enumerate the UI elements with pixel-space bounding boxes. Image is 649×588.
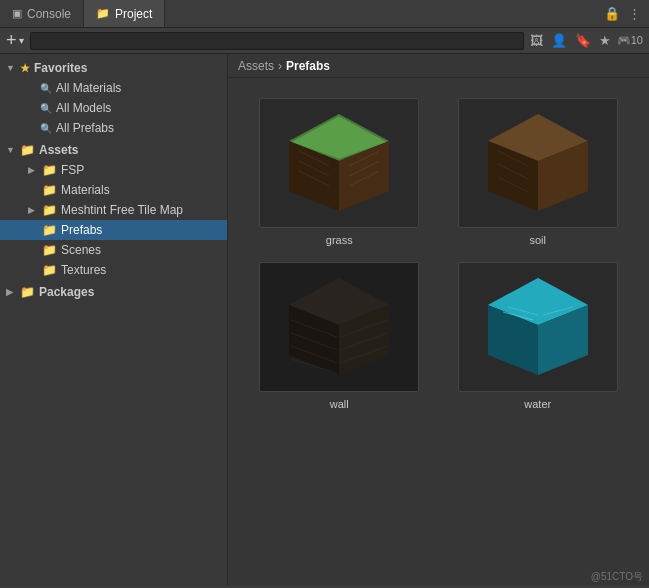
search-box[interactable] (30, 32, 524, 50)
sidebar-item-prefabs[interactable]: 📁 Prefabs (0, 220, 227, 240)
expand-fsp-icon: ▶ (28, 165, 38, 175)
toolbar: + ▾ 🖼 👤 🔖 ★ 🎮10 (0, 28, 649, 54)
scenes-folder-icon: 📁 (42, 243, 57, 257)
search-icon-prefabs: 🔍 (40, 123, 52, 134)
search-icon-models: 🔍 (40, 103, 52, 114)
meshtint-folder-icon: 📁 (42, 203, 57, 217)
assets-label: Assets (39, 143, 78, 157)
materials-folder-icon: 📁 (42, 183, 57, 197)
project-icon: 📁 (96, 7, 110, 20)
grid-item-wall[interactable]: wall (248, 262, 431, 410)
breadcrumb: Assets › Prefabs (228, 54, 649, 78)
expand-favorites-icon: ▼ (6, 63, 16, 73)
lock-icon[interactable]: 🔒 (604, 6, 620, 21)
breadcrumb-root: Assets (238, 59, 274, 73)
search-input[interactable] (37, 35, 517, 47)
breadcrumb-separator: › (278, 59, 282, 73)
assets-folder-icon: 📁 (20, 143, 35, 157)
wall-label: wall (330, 398, 349, 410)
sidebar-item-textures[interactable]: 📁 Textures (0, 260, 227, 280)
packages-folder-icon: 📁 (20, 285, 35, 299)
tab-project-label: Project (115, 7, 152, 21)
toolbar-icons: 🖼 👤 🔖 ★ (530, 33, 611, 48)
item-count: 🎮10 (617, 34, 643, 47)
packages-header[interactable]: ▶ 📁 Packages (0, 282, 227, 302)
search-icon-materials: 🔍 (40, 83, 52, 94)
tab-console-label: Console (27, 7, 71, 21)
water-label: water (524, 398, 551, 410)
main-area: ▼ ★ Favorites 🔍 All Materials 🔍 All Mode… (0, 54, 649, 586)
tab-bar: ▣ Console 📁 Project 🔒 ⋮ (0, 0, 649, 28)
content-area: Assets › Prefabs (228, 54, 649, 586)
sidebar-item-materials[interactable]: 📁 Materials (0, 180, 227, 200)
assets-header[interactable]: ▼ 📁 Assets (0, 140, 227, 160)
grid-item-soil[interactable]: soil (447, 98, 630, 246)
sidebar-item-scenes[interactable]: 📁 Scenes (0, 240, 227, 260)
fsp-folder-icon: 📁 (42, 163, 57, 177)
sidebar-item-fsp[interactable]: ▶ 📁 FSP (0, 160, 227, 180)
materials-label: Materials (61, 183, 110, 197)
sidebar-item-meshtint[interactable]: ▶ 📁 Meshtint Free Tile Map (0, 200, 227, 220)
count-label: 🎮10 (617, 34, 643, 46)
image-icon[interactable]: 🖼 (530, 33, 543, 48)
add-arrow: ▾ (19, 35, 24, 46)
soil-label: soil (529, 234, 546, 246)
tab-actions: 🔒 ⋮ (604, 6, 649, 21)
favorites-section: ▼ ★ Favorites 🔍 All Materials 🔍 All Mode… (0, 58, 227, 138)
console-icon: ▣ (12, 7, 22, 20)
star-icon[interactable]: ★ (599, 33, 611, 48)
expand-assets-icon: ▼ (6, 145, 16, 155)
grid-item-grass[interactable]: grass (248, 98, 431, 246)
add-label: + (6, 30, 17, 51)
favorites-header[interactable]: ▼ ★ Favorites (0, 58, 227, 78)
sidebar: ▼ ★ Favorites 🔍 All Materials 🔍 All Mode… (0, 54, 228, 586)
sidebar-item-all-materials[interactable]: 🔍 All Materials (0, 78, 227, 98)
thumb-wall (259, 262, 419, 392)
thumb-water (458, 262, 618, 392)
add-button[interactable]: + ▾ (6, 30, 24, 51)
packages-section: ▶ 📁 Packages (0, 282, 227, 302)
expand-packages-icon: ▶ (6, 287, 16, 297)
asset-grid: grass (228, 78, 649, 430)
packages-label: Packages (39, 285, 94, 299)
textures-label: Textures (61, 263, 106, 277)
tag-icon[interactable]: 🔖 (575, 33, 591, 48)
tab-console[interactable]: ▣ Console (0, 0, 84, 27)
people-icon[interactable]: 👤 (551, 33, 567, 48)
grass-label: grass (326, 234, 353, 246)
sidebar-item-all-models[interactable]: 🔍 All Models (0, 98, 227, 118)
scenes-label: Scenes (61, 243, 101, 257)
assets-section: ▼ 📁 Assets ▶ 📁 FSP 📁 Materials ▶ 📁 Mesht… (0, 140, 227, 280)
all-models-label: All Models (56, 101, 111, 115)
watermark: @51CTO号 (591, 570, 643, 584)
menu-icon[interactable]: ⋮ (628, 6, 641, 21)
prefabs-label: Prefabs (61, 223, 102, 237)
favorites-label: Favorites (34, 61, 87, 75)
favorites-star-icon: ★ (20, 62, 30, 75)
grid-item-water[interactable]: water (447, 262, 630, 410)
textures-folder-icon: 📁 (42, 263, 57, 277)
all-prefabs-label: All Prefabs (56, 121, 114, 135)
sidebar-item-all-prefabs[interactable]: 🔍 All Prefabs (0, 118, 227, 138)
fsp-label: FSP (61, 163, 84, 177)
thumb-grass (259, 98, 419, 228)
tab-project[interactable]: 📁 Project (84, 0, 165, 27)
all-materials-label: All Materials (56, 81, 121, 95)
breadcrumb-current: Prefabs (286, 59, 330, 73)
thumb-soil (458, 98, 618, 228)
prefabs-folder-icon: 📁 (42, 223, 57, 237)
expand-meshtint-icon: ▶ (28, 205, 38, 215)
meshtint-label: Meshtint Free Tile Map (61, 203, 183, 217)
